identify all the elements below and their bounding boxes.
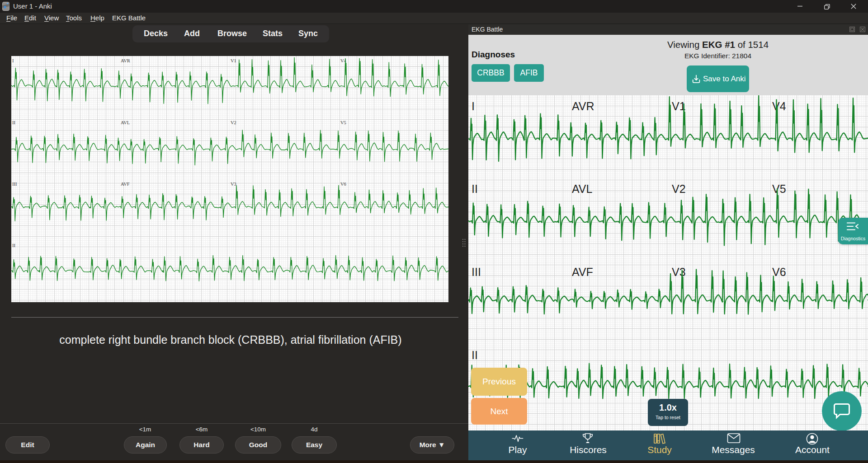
- svg-text:V6: V6: [772, 266, 786, 278]
- svg-text:V2: V2: [672, 182, 686, 195]
- svg-text:II: II: [12, 120, 15, 125]
- svg-text:AVF: AVF: [572, 266, 593, 278]
- svg-text:AVL: AVL: [121, 120, 130, 125]
- svg-text:V3: V3: [231, 182, 236, 187]
- svg-text:III: III: [12, 182, 17, 187]
- svg-text:V1: V1: [231, 58, 236, 63]
- svg-text:AVR: AVR: [121, 58, 130, 63]
- svg-text:AVF: AVF: [121, 182, 130, 187]
- svg-text:II: II: [12, 243, 15, 248]
- svg-text:V2: V2: [231, 120, 236, 125]
- svg-text:I: I: [472, 100, 475, 112]
- svg-text:III: III: [472, 266, 481, 278]
- svg-text:II: II: [472, 349, 478, 361]
- svg-text:I: I: [12, 58, 14, 63]
- svg-text:AVL: AVL: [572, 182, 592, 195]
- svg-text:AVR: AVR: [572, 100, 594, 112]
- svg-text:V6: V6: [340, 182, 346, 187]
- svg-text:V5: V5: [772, 182, 786, 195]
- svg-text:V4: V4: [772, 100, 786, 112]
- svg-text:V3: V3: [672, 266, 686, 278]
- svg-text:V5: V5: [340, 120, 346, 125]
- svg-text:II: II: [472, 182, 478, 195]
